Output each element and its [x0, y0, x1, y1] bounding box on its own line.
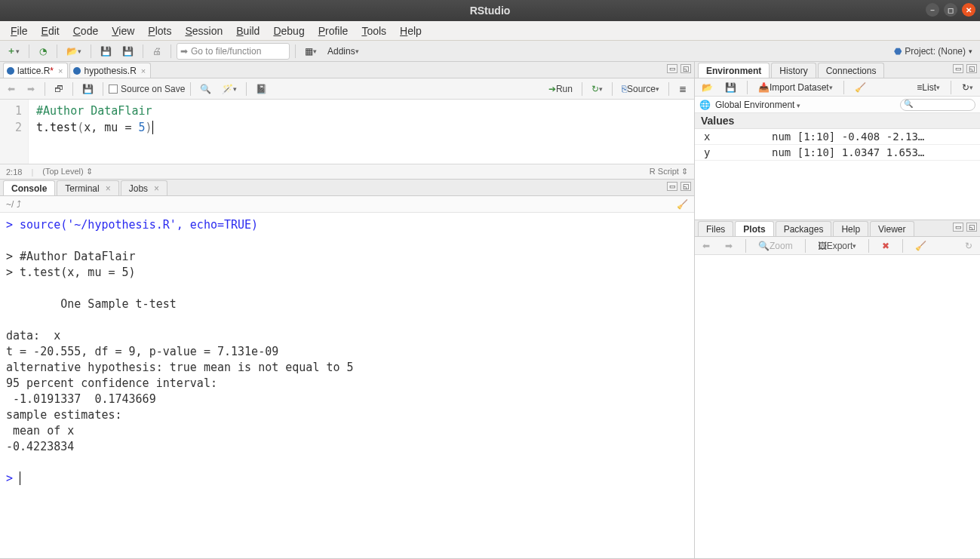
print-button[interactable]: 🖨: [149, 43, 165, 60]
pane-minimize-button[interactable]: ▭: [667, 182, 677, 191]
plots-viewport: [695, 255, 980, 558]
save-all-button[interactable]: 💾: [118, 43, 137, 60]
console-tabstrip: ConsoleTerminal×Jobs× ▭ ◱: [0, 180, 694, 196]
plot-zoom-button[interactable]: 🔍 Zoom: [754, 238, 797, 254]
pane-maximize-button[interactable]: ◱: [680, 64, 691, 73]
plots-toolbar: ⬅ ➡ 🔍 Zoom 🖼 Export ✖ 🧹 ↻: [695, 237, 980, 255]
menu-file[interactable]: File: [5, 23, 34, 38]
clear-environment-button[interactable]: 🧹: [851, 79, 870, 96]
show-in-new-window-button[interactable]: 🗗: [51, 81, 67, 97]
import-dataset-button[interactable]: 📥 Import Dataset: [754, 79, 837, 96]
plot-clear-all-button[interactable]: 🧹: [911, 238, 930, 254]
plots-tabstrip: FilesPlotsPackagesHelpViewer ▭ ◱: [695, 220, 980, 237]
console-pane: ConsoleTerminal×Jobs× ▭ ◱ ~/ ⤴ 🧹 > sourc…: [0, 180, 694, 559]
plot-refresh-button[interactable]: ↻: [960, 238, 977, 254]
code-tools-button[interactable]: 🪄: [218, 81, 241, 97]
console-tab-console[interactable]: Console: [3, 180, 55, 195]
console-output[interactable]: > source('~/hypothesis.R', echo=TRUE) > …: [0, 213, 694, 558]
window-close-button[interactable]: ✕: [962, 3, 975, 17]
project-menu[interactable]: ⬣ Project: (None) ▾: [889, 46, 977, 57]
menu-build[interactable]: Build: [230, 23, 266, 38]
br-tab-files[interactable]: Files: [698, 221, 733, 236]
addins-button[interactable]: Addins: [324, 43, 363, 60]
environment-search-input[interactable]: [900, 99, 975, 111]
outline-button[interactable]: ≣: [674, 81, 691, 97]
save-source-button[interactable]: 💾: [78, 81, 97, 97]
menu-session[interactable]: Session: [179, 23, 229, 38]
run-button[interactable]: ➔ Run: [545, 81, 576, 97]
cursor-position: 2:18: [6, 167, 22, 177]
source-tab[interactable]: hypothesis.R×: [69, 63, 151, 78]
new-project-button[interactable]: ◔: [35, 43, 51, 60]
console-tab-jobs[interactable]: Jobs×: [121, 180, 167, 195]
menu-edit[interactable]: Edit: [35, 23, 66, 38]
new-file-button[interactable]: ＋: [3, 43, 23, 60]
filetype-indicator[interactable]: R Script: [650, 167, 679, 176]
br-tab-viewer[interactable]: Viewer: [870, 221, 914, 236]
pane-maximize-button[interactable]: ◱: [966, 64, 977, 73]
plot-next-button[interactable]: ➡: [720, 238, 737, 254]
console-tab-terminal[interactable]: Terminal×: [57, 180, 118, 195]
pane-maximize-button[interactable]: ◱: [680, 182, 691, 191]
compile-report-button[interactable]: 📓: [252, 81, 271, 97]
environment-row[interactable]: ynum [1:10] 1.0347 1.653…: [695, 145, 980, 161]
pane-minimize-button[interactable]: ▭: [953, 223, 963, 232]
tab-close-icon[interactable]: ×: [154, 183, 159, 194]
window-minimize-button[interactable]: –: [926, 3, 939, 17]
nav-forward-button[interactable]: ➡: [23, 81, 39, 97]
find-replace-button[interactable]: 🔍: [196, 81, 215, 97]
source-script-button[interactable]: ⎘ Source: [618, 81, 663, 97]
save-button[interactable]: 💾: [97, 43, 115, 60]
goto-file-function-input[interactable]: ➡ Go to file/function: [177, 43, 290, 60]
pane-minimize-button[interactable]: ▭: [667, 64, 677, 73]
env-tab-environment[interactable]: Environment: [698, 63, 770, 78]
tab-close-icon[interactable]: ×: [141, 66, 146, 75]
menu-debug[interactable]: Debug: [267, 23, 310, 38]
r-file-icon: [73, 67, 81, 75]
environment-section-header: Values: [695, 113, 980, 129]
plot-prev-button[interactable]: ⬅: [698, 238, 714, 254]
code-editor[interactable]: 12 #Author DataFlairt.test(x, mu = 5): [0, 100, 694, 164]
pane-maximize-button[interactable]: ◱: [966, 223, 977, 232]
source-on-save-checkbox[interactable]: Source on Save: [109, 84, 185, 94]
rerun-button[interactable]: ↻: [588, 81, 607, 97]
clear-console-button[interactable]: 🧹: [677, 199, 688, 210]
var-name: y: [704, 146, 772, 158]
tab-label: lattice.R*: [17, 66, 54, 76]
menu-view[interactable]: View: [106, 23, 140, 38]
environment-row[interactable]: xnum [1:10] -0.408 -2.13…: [695, 129, 980, 145]
menu-profile[interactable]: Profile: [312, 23, 355, 38]
menu-help[interactable]: Help: [394, 23, 428, 38]
plot-remove-button[interactable]: ✖: [877, 238, 894, 254]
goto-arrow-icon: ➡: [180, 46, 188, 57]
view-mode-button[interactable]: ≡ List: [913, 79, 944, 96]
var-value: num [1:10] -0.408 -2.13…: [772, 131, 980, 143]
open-file-button[interactable]: 📂: [63, 43, 85, 60]
console-cwd-popout-icon[interactable]: ⤴: [17, 199, 21, 210]
source-tab[interactable]: lattice.R*×: [3, 63, 68, 78]
tab-close-icon[interactable]: ×: [106, 183, 111, 194]
nav-back-button[interactable]: ⬅: [3, 81, 20, 97]
tab-close-icon[interactable]: ×: [58, 66, 63, 75]
menu-tools[interactable]: Tools: [355, 23, 392, 38]
br-tab-packages[interactable]: Packages: [776, 221, 832, 236]
env-tab-history[interactable]: History: [771, 63, 816, 78]
br-tab-plots[interactable]: Plots: [735, 221, 773, 236]
menu-plots[interactable]: Plots: [142, 23, 177, 38]
pane-layout-button[interactable]: ▦: [301, 43, 321, 60]
source-statusbar: 2:18 | (Top Level) ⇕ R Script ⇕: [0, 164, 694, 179]
env-tab-connections[interactable]: Connections: [818, 63, 885, 78]
window-maximize-button[interactable]: ◻: [944, 3, 957, 17]
scope-indicator[interactable]: (Top Level) ⇕: [42, 167, 92, 177]
plot-export-button[interactable]: 🖼 Export: [814, 238, 861, 254]
save-workspace-button[interactable]: 💾: [721, 79, 740, 96]
br-tab-help[interactable]: Help: [833, 221, 868, 236]
environment-scope-selector[interactable]: Global Environment: [715, 100, 800, 110]
pane-minimize-button[interactable]: ▭: [953, 64, 963, 73]
load-workspace-button[interactable]: 📂: [698, 79, 717, 96]
menu-code[interactable]: Code: [67, 23, 104, 38]
window-titlebar: RStudio – ◻ ✕: [0, 0, 980, 21]
environment-tabstrip: EnvironmentHistoryConnections ▭ ◱: [695, 62, 980, 78]
r-file-icon: [7, 67, 14, 75]
refresh-environment-button[interactable]: ↻: [958, 79, 977, 96]
